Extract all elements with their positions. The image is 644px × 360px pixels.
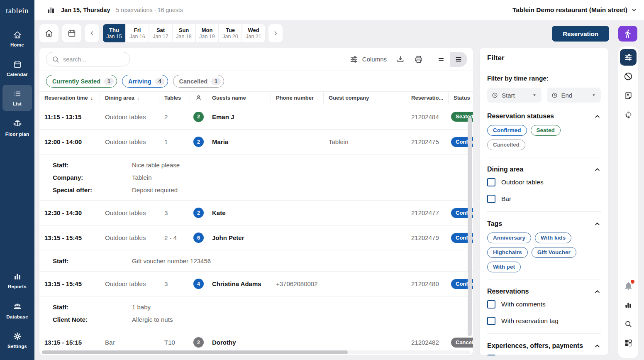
checkbox-label: With comments	[501, 301, 546, 308]
print-icon[interactable]	[414, 55, 423, 64]
compact-view-button[interactable]	[432, 52, 450, 67]
refresh-button[interactable]	[620, 106, 637, 123]
checkbox[interactable]	[487, 317, 495, 325]
clock-icon	[491, 92, 498, 99]
reservation-row[interactable]: 11:15 - 13:15Outdoor tables22Eman J21202…	[39, 104, 473, 129]
columns-button[interactable]: Columns	[349, 55, 387, 64]
collapse-section-icon[interactable]	[594, 166, 601, 173]
block-icon	[623, 71, 633, 81]
tag-chip[interactable]: With kids	[535, 233, 571, 243]
vertical-scrollbar[interactable]	[468, 118, 472, 336]
collapse-section-icon[interactable]	[594, 220, 601, 228]
column-header-guests-name[interactable]: Guests name	[207, 92, 271, 104]
new-reservation-button[interactable]: Reservation	[552, 26, 609, 42]
current-date-label: Jan 15, Thursday	[61, 7, 110, 13]
walk-in-button[interactable]	[618, 26, 637, 42]
detailed-view-button[interactable]	[450, 52, 467, 67]
tag-chip[interactable]: Highchairs	[487, 247, 528, 258]
statistics-button[interactable]	[620, 296, 637, 313]
column-header-reservation-time[interactable]: Reservation time↓	[39, 92, 100, 104]
filter-checkbox-deposit-10-chf[interactable]: Deposit 10 CHF	[487, 355, 601, 355]
search-input[interactable]	[63, 56, 121, 63]
status-filter-chip[interactable]: Cancelled	[487, 140, 525, 150]
reservation-row[interactable]: 12:30 - 14:30Outdoor tables32Kate2120247…	[39, 200, 473, 225]
sidebar-item-reports[interactable]: Reports	[2, 267, 32, 294]
filter-checkbox-with-reservation-tag[interactable]: With reservation tag	[487, 317, 601, 325]
column-header-company[interactable]: Guest company	[324, 92, 406, 104]
sidebar-item-database[interactable]: Database	[2, 297, 32, 324]
filter-checkbox-outdoor-tables[interactable]: Outdoor tables	[487, 178, 601, 186]
next-week-button[interactable]	[268, 24, 283, 42]
sidebar-item-home[interactable]: Home	[2, 26, 32, 52]
prev-week-button[interactable]	[85, 24, 99, 42]
filter-checkbox-bar[interactable]: Bar	[487, 195, 601, 203]
download-icon[interactable]	[396, 55, 405, 64]
sidebar-item-calendar[interactable]: Calendar	[2, 55, 32, 81]
start-time-select[interactable]: Start	[487, 88, 542, 103]
start-label: Start	[502, 92, 515, 99]
chevron-down-icon	[631, 7, 637, 13]
sidebar-item-floor-plan[interactable]: Floor plan	[2, 114, 32, 141]
dining-area: Outdoor tables	[100, 209, 159, 216]
divider	[487, 211, 601, 212]
date-pill-jan-18[interactable]: SunJan 18	[173, 24, 195, 42]
notifications-button[interactable]	[620, 277, 637, 294]
filter-section-header: Experiences, offers, payments	[487, 342, 601, 350]
checkbox[interactable]	[487, 178, 495, 186]
column-header-status[interactable]: Status	[449, 92, 473, 104]
status-filter-chip[interactable]: Seated	[531, 125, 561, 136]
date-pill-jan-16[interactable]: FriJan 16	[126, 24, 149, 42]
reservation-details: Staff:Gift voucher number 123456	[39, 250, 473, 271]
no-show-button[interactable]	[620, 68, 637, 85]
column-header-guest-count[interactable]	[190, 92, 207, 104]
checkbox[interactable]	[487, 355, 495, 355]
quick-filter-currently-seated[interactable]: Currently Seated1	[46, 75, 117, 88]
reservation-row[interactable]: 13:15 - 15:45Outdoor tables34Christina A…	[39, 271, 473, 296]
reservation-row[interactable]: 12:00 - 14:00Outdoor tables12MariaTablei…	[39, 129, 473, 154]
column-header-dining-area[interactable]: Dining area↓	[100, 92, 159, 104]
date-pill-jan-20[interactable]: TueJan 20	[219, 24, 242, 42]
date-pill-jan-19[interactable]: MonJan 19	[196, 24, 218, 42]
home-icon	[44, 29, 54, 38]
date-pill-jan-21[interactable]: WedJan 21	[242, 24, 265, 42]
sidebar-item-list[interactable]: List	[2, 85, 32, 111]
collapse-section-icon[interactable]	[594, 113, 601, 120]
notes-button[interactable]	[620, 87, 637, 104]
today-button[interactable]	[39, 24, 59, 42]
divider	[487, 333, 601, 334]
horizontal-scrollbar[interactable]	[42, 350, 348, 354]
tag-chip[interactable]: Anniversary	[487, 233, 531, 243]
sidebar: tablein HomeCalendarListFloor plan Repor…	[0, 0, 34, 360]
tables: T10	[159, 339, 190, 346]
checkbox[interactable]	[487, 300, 495, 309]
guest-name: Christina Adams	[207, 280, 271, 287]
tag-chip[interactable]: With pet	[487, 262, 521, 272]
collapse-section-icon[interactable]	[594, 343, 601, 350]
search-icon	[51, 55, 60, 64]
status-filter-chip[interactable]: Confirmed	[487, 125, 527, 136]
filters-toggle-button[interactable]	[620, 49, 637, 66]
rail-search-button[interactable]	[620, 316, 637, 332]
collapse-section-icon[interactable]	[594, 288, 601, 295]
reservation-row[interactable]: 13:15 - 15:45Outdoor tables2 · 46John Pe…	[39, 225, 473, 250]
calendar-picker-button[interactable]	[62, 24, 81, 42]
view-toggle	[432, 52, 467, 67]
search-field[interactable]	[46, 52, 130, 66]
tag-chip[interactable]: Gift Voucher	[532, 247, 576, 258]
sidebar-item-settings[interactable]: Settings	[2, 327, 32, 353]
quick-filter-cancelled[interactable]: Cancelled1	[173, 75, 224, 88]
end-time-select[interactable]: End	[547, 88, 601, 103]
column-header-tables[interactable]: Tables	[159, 92, 190, 104]
reservations-summary: 5 reservations · 16 guests	[116, 7, 183, 13]
filter-checkbox-with-comments[interactable]: With comments	[487, 300, 601, 309]
date-pill-jan-17[interactable]: SatJan 17	[149, 24, 172, 42]
apps-grid-button[interactable]	[620, 335, 637, 351]
date-pill-jan-15[interactable]: ThuJan 15	[103, 24, 125, 42]
dining-area: Outdoor tables	[100, 280, 159, 287]
restaurant-selector[interactable]: Tablein Demo restaurant (Main street)	[512, 6, 637, 14]
column-header-phone[interactable]: Phone number	[271, 92, 324, 104]
status-badge: Cancelled	[451, 338, 473, 348]
quick-filter-arriving[interactable]: Arriving4	[122, 75, 168, 88]
checkbox[interactable]	[487, 195, 495, 203]
column-header-reservation-id[interactable]: Reservatio...	[406, 92, 449, 104]
